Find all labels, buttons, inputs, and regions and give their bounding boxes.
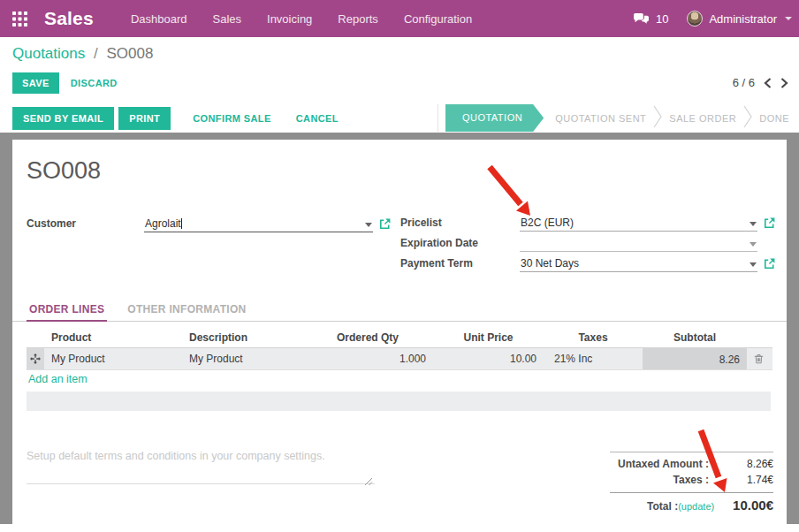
breadcrumb-current-record: SO008 [106, 45, 153, 62]
empty-section-bar [27, 391, 771, 411]
pricelist-input[interactable]: B2C (EUR) [520, 215, 757, 232]
terms-placeholder[interactable]: Setup default terms and conditions in yo… [27, 450, 362, 462]
expiration-date-input[interactable] [520, 235, 757, 252]
user-menu-caret-icon[interactable] [785, 17, 792, 20]
statusbar: QUOTATION QUOTATION SENT SALE ORDER DONE [438, 104, 799, 132]
pricelist-dropdown-icon[interactable] [750, 222, 757, 226]
payment-term-dropdown-icon[interactable] [750, 262, 757, 267]
nav-item-reports[interactable]: Reports [338, 12, 378, 26]
taxes-label: Taxes : [610, 474, 720, 486]
total-label: Total : [610, 500, 678, 513]
column-header-product: Product [44, 331, 179, 344]
cell-taxes[interactable]: 21% Inc [544, 353, 643, 365]
column-header-unit-price: Unit Price [433, 331, 544, 344]
payment-term-value: 30 Net Days [521, 257, 579, 270]
navbar-right: 10 Administrator [633, 11, 792, 27]
pager-previous-icon[interactable] [764, 78, 772, 88]
drag-handle-icon[interactable] [27, 348, 44, 369]
send-by-email-button[interactable]: SEND BY EMAIL [12, 107, 114, 130]
stage-quotation[interactable]: QUOTATION [445, 104, 544, 132]
confirm-sale-button[interactable]: CONFIRM SALE [193, 113, 271, 124]
customer-label: Customer [27, 216, 144, 230]
pricelist-external-link-icon[interactable] [764, 217, 775, 232]
pager-counter: 6 / 6 [733, 76, 755, 89]
expiration-date-dropdown-icon[interactable] [750, 242, 757, 247]
cell-ordered-qty[interactable]: 1.000 [302, 353, 433, 365]
terms-textarea-underline [27, 483, 375, 484]
total-value: 10.00€ [720, 498, 773, 513]
cell-product[interactable]: My Product [44, 353, 179, 365]
column-header-taxes: Taxes [544, 331, 643, 344]
table-header-row: Product Description Ordered Qty Unit Pri… [27, 327, 772, 347]
app-brand-title[interactable]: Sales [44, 8, 94, 29]
stage-chevron-icon [653, 105, 662, 132]
actions-row: SEND BY EMAIL PRINT CONFIRM SALE CANCEL … [0, 104, 799, 132]
stage-chevron-icon [743, 105, 752, 132]
customer-value: Agrolait [145, 217, 181, 230]
stage-quotation-sent[interactable]: QUOTATION SENT [552, 113, 649, 124]
quotation-sheet: SO008 Customer Agrolait Pricelist B2C (E… [12, 140, 787, 524]
main-menu: Dashboard Sales Invoicing Reports Config… [131, 12, 472, 26]
record-title: SO008 [27, 157, 101, 185]
nav-item-configuration[interactable]: Configuration [404, 12, 472, 26]
delete-line-trash-icon[interactable] [747, 353, 770, 364]
top-navbar: Sales Dashboard Sales Invoicing Reports … [0, 0, 799, 37]
nav-item-dashboard[interactable]: Dashboard [131, 12, 187, 26]
customer-input[interactable]: Agrolait [144, 216, 373, 232]
taxes-value: 1.74€ [720, 474, 773, 486]
print-button[interactable]: PRINT [118, 107, 171, 130]
textarea-resize-icon[interactable] [364, 474, 373, 490]
breadcrumb-separator: / [94, 45, 98, 62]
cancel-button[interactable]: CANCEL [296, 113, 339, 124]
pricelist-label: Pricelist [400, 215, 520, 229]
order-line-row[interactable]: My Product My Product 1.000 10.00 21% In… [27, 347, 772, 370]
order-lines-table: Product Description Ordered Qty Unit Pri… [27, 327, 772, 370]
column-header-subtotal: Subtotal [643, 331, 747, 344]
update-total-link[interactable]: (update) [678, 501, 720, 512]
column-header-ordered-qty: Ordered Qty [302, 331, 433, 344]
save-discard-row: SAVE DISCARD [12, 72, 118, 94]
payment-term-external-link-icon[interactable] [764, 257, 775, 273]
messages-icon[interactable] [633, 12, 650, 26]
column-header-description: Description [179, 331, 302, 344]
form-right-column: Pricelist B2C (EUR) Expiration Date Paym… [400, 215, 775, 276]
payment-term-label: Payment Term [400, 255, 520, 270]
breadcrumb-quotations-link[interactable]: Quotations [12, 45, 85, 62]
totals-panel: Untaxed Amount : 8.26€ Taxes : 1.74€ Tot… [610, 452, 773, 513]
pager-next-icon[interactable] [780, 78, 788, 88]
add-an-item-link[interactable]: Add an item [28, 373, 88, 385]
breadcrumb: Quotations / SO008 [12, 45, 153, 63]
user-menu-name[interactable]: Administrator [709, 12, 777, 26]
cell-subtotal: 8.26 [643, 348, 747, 369]
tab-order-lines[interactable]: ORDER LINES [27, 303, 107, 322]
record-pager: 6 / 6 [733, 76, 788, 89]
cell-unit-price[interactable]: 10.00 [433, 353, 544, 365]
user-avatar[interactable] [687, 11, 703, 27]
customer-external-link-icon[interactable] [379, 217, 391, 233]
tab-other-information[interactable]: OTHER INFORMATION [125, 303, 248, 321]
stage-sale-order[interactable]: SALE ORDER [666, 113, 739, 124]
stage-done[interactable]: DONE [757, 113, 792, 124]
messages-count[interactable]: 10 [656, 12, 668, 26]
odoo-app-window: Sales Dashboard Sales Invoicing Reports … [0, 0, 799, 532]
pricelist-value: B2C (EUR) [521, 217, 574, 229]
expiration-date-label: Expiration Date [400, 235, 520, 249]
apps-grid-icon[interactable] [12, 11, 27, 27]
text-cursor [181, 218, 182, 229]
notebook-tabs: ORDER LINES OTHER INFORMATION [12, 300, 787, 322]
untaxed-amount-value: 8.26€ [720, 458, 773, 470]
nav-item-invoicing[interactable]: Invoicing [267, 12, 312, 26]
cell-description[interactable]: My Product [179, 353, 302, 365]
discard-button[interactable]: DISCARD [71, 78, 118, 88]
save-button[interactable]: SAVE [12, 72, 59, 94]
form-left-column: Customer Agrolait [27, 216, 391, 236]
control-panel: Quotations / SO008 SAVE DISCARD 6 / 6 SE… [0, 37, 799, 133]
payment-term-input[interactable]: 30 Net Days [520, 255, 757, 272]
untaxed-amount-label: Untaxed Amount : [610, 458, 720, 470]
form-view-page: SO008 Customer Agrolait Pricelist B2C (E… [0, 133, 799, 524]
customer-dropdown-icon[interactable] [365, 223, 372, 227]
nav-item-sales[interactable]: Sales [213, 12, 242, 26]
